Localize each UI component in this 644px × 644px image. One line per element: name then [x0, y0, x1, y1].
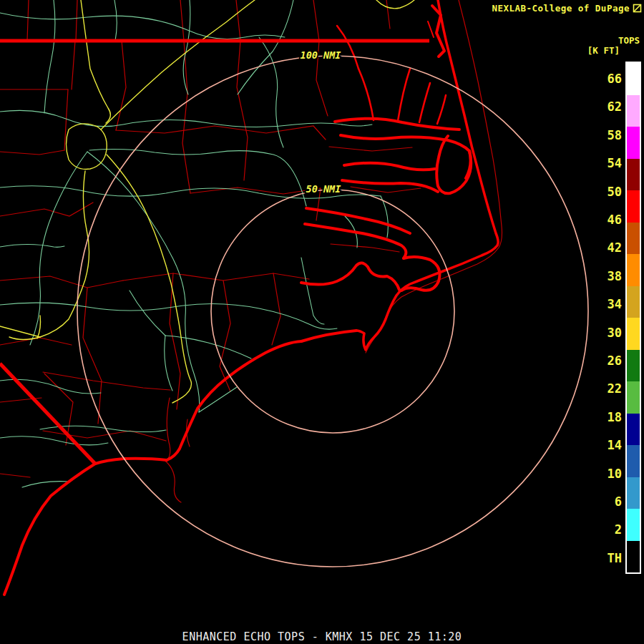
source-credit: NEXLAB-College of DuPage — [492, 3, 642, 14]
ring-100-label: 100 NMI — [301, 49, 341, 61]
legend-band — [627, 223, 640, 255]
legend-band — [627, 318, 640, 350]
legend-band — [627, 541, 640, 573]
source-text: NEXLAB-College of DuPage — [492, 3, 630, 14]
legend-band — [627, 254, 640, 286]
legend-band — [627, 286, 640, 318]
legend-band — [627, 445, 640, 477]
legend-band — [627, 509, 640, 541]
legend-band — [627, 477, 640, 509]
radar-map: 100 NMI 50 NMI — [0, 0, 644, 644]
cod-logo-icon — [633, 4, 642, 13]
units-label: [K FT] — [587, 45, 620, 56]
county-lines — [0, 0, 502, 502]
ring-50-label: 50 NMI — [306, 183, 341, 195]
legend-band — [627, 381, 640, 414]
legend-band — [627, 63, 640, 95]
legend-bar — [625, 62, 641, 574]
legend-band — [627, 350, 640, 382]
legend-band — [627, 95, 640, 127]
legend-band — [627, 414, 640, 446]
legend-band — [627, 127, 640, 159]
ring-50nmi — [211, 190, 454, 433]
legend-band — [627, 159, 640, 191]
legend-band — [627, 190, 640, 223]
state-border-lines — [0, 41, 429, 464]
radar-display: { "header": { "source": "NEXLAB-College … — [0, 0, 644, 644]
product-label: TOPS — [618, 35, 640, 46]
product-caption: ENHANCED ECHO TOPS - KMHX 15 DEC 25 11:2… — [0, 630, 644, 643]
